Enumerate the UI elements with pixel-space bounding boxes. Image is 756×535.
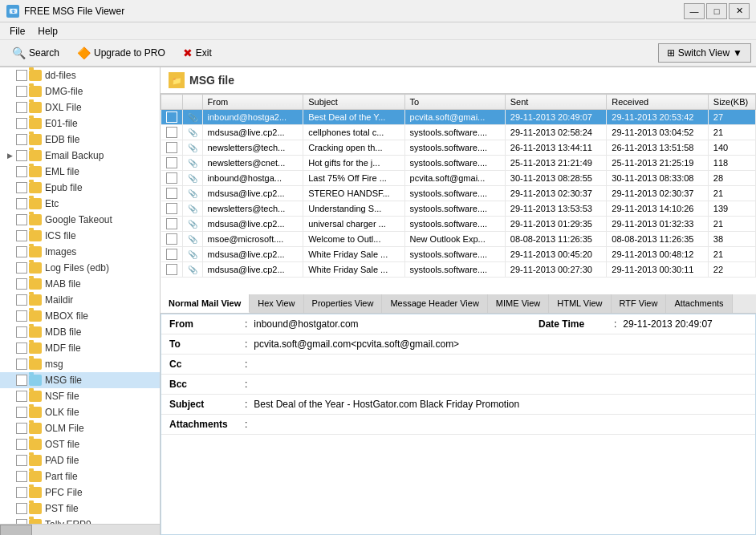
view-tab-attachments[interactable]: Attachments: [666, 294, 732, 313]
scrollbar-track[interactable]: [0, 525, 160, 536]
table-row[interactable]: 📎mdsusa@live.cp2...White Friday Sale ...…: [161, 247, 756, 262]
tree-checkbox[interactable]: [16, 166, 27, 177]
sidebar-item[interactable]: PST file: [0, 501, 160, 517]
sidebar-scrollbar[interactable]: [0, 524, 160, 535]
sidebar-item[interactable]: OLK file: [0, 404, 160, 420]
minimize-button[interactable]: —: [684, 3, 705, 19]
tree-checkbox[interactable]: [16, 182, 27, 193]
sidebar-item[interactable]: ICS file: [0, 228, 160, 244]
view-tab-msgheader[interactable]: Message Header View: [382, 294, 487, 313]
sidebar-item[interactable]: msg: [0, 356, 160, 372]
sidebar-item-label: Log Files (edb): [45, 262, 109, 274]
tree-checkbox[interactable]: [16, 294, 27, 306]
sidebar-item[interactable]: Maildir: [0, 292, 160, 308]
tree-checkbox[interactable]: [16, 375, 27, 386]
sidebar-item[interactable]: dd-files: [0, 67, 160, 83]
tree-checkbox[interactable]: [16, 278, 27, 290]
sidebar-item[interactable]: Part file: [0, 468, 160, 484]
sidebar-item[interactable]: ▶Email Backup: [0, 148, 160, 164]
sidebar-item[interactable]: EDB file: [0, 132, 160, 148]
sidebar-item[interactable]: MAB file: [0, 276, 160, 292]
tree-checkbox[interactable]: [16, 86, 27, 97]
view-tab-hex[interactable]: Hex View: [250, 294, 303, 313]
tree-checkbox[interactable]: [16, 230, 27, 241]
tree-checkbox[interactable]: [16, 503, 27, 514]
sidebar-item[interactable]: Tally.ERP9: [0, 517, 160, 524]
sidebar-item[interactable]: MSG file: [0, 372, 160, 388]
view-tab-properties[interactable]: Properties View: [304, 294, 383, 313]
col-header-to[interactable]: To: [404, 95, 505, 110]
sidebar-item[interactable]: MDF file: [0, 340, 160, 356]
row-size: 22: [708, 262, 755, 278]
sidebar-item[interactable]: PFC File: [0, 484, 160, 501]
tree-checkbox[interactable]: [16, 150, 27, 161]
tree-checkbox[interactable]: [16, 102, 27, 113]
upgrade-button[interactable]: 🔶 Upgrade to PRO: [70, 43, 173, 63]
table-row[interactable]: 📎mdsusa@live.cp2...White Friday Sale ...…: [161, 262, 756, 278]
maximize-button[interactable]: □: [706, 3, 727, 19]
sidebar-item[interactable]: DMG-file: [0, 83, 160, 99]
tree-checkbox[interactable]: [16, 70, 27, 81]
email-detail[interactable]: From : inbound@hostgator.com Date Time :…: [161, 314, 756, 535]
table-row[interactable]: 📎msoe@microsoft....Welcome to Outl...New…: [161, 232, 756, 247]
col-header-attach[interactable]: [182, 95, 202, 110]
table-row[interactable]: 📎inbound@hostga2...Best Deal of the Y...…: [161, 110, 756, 125]
col-header-from[interactable]: From: [202, 95, 303, 110]
email-table-container[interactable]: From Subject To Sent Received Size(KB) 📎…: [161, 94, 756, 294]
table-row[interactable]: 📎mdsusa@live.cp2...universal charger ...…: [161, 217, 756, 232]
switch-view-button[interactable]: ⊞ Switch View ▼: [658, 43, 751, 63]
tree-checkbox[interactable]: [16, 423, 27, 434]
sidebar-item[interactable]: Epub file: [0, 180, 160, 196]
tree-checkbox[interactable]: [16, 246, 27, 257]
table-row[interactable]: 📎mdsusa@live.cp2...STEREO HANDSF...systo…: [161, 186, 756, 201]
menu-file[interactable]: File: [3, 24, 31, 39]
menu-help[interactable]: Help: [31, 24, 64, 39]
tree-checkbox[interactable]: [16, 407, 27, 418]
exit-button[interactable]: ✖ Exit: [176, 43, 219, 63]
tree-checkbox[interactable]: [16, 214, 27, 225]
col-header-subject[interactable]: Subject: [303, 95, 404, 110]
col-header-check[interactable]: [161, 95, 183, 110]
view-tab-normal[interactable]: Normal Mail View: [161, 294, 250, 313]
search-button[interactable]: 🔍 Search: [5, 43, 67, 63]
table-row[interactable]: 📎mdsusa@live.cp2...cellphones total c...…: [161, 125, 756, 140]
sidebar-item[interactable]: Etc: [0, 196, 160, 212]
tree-checkbox[interactable]: [16, 262, 27, 274]
tree-checkbox[interactable]: [16, 310, 27, 322]
tree-checkbox[interactable]: [16, 471, 27, 482]
sidebar-item[interactable]: MDB file: [0, 324, 160, 340]
tree-checkbox[interactable]: [16, 455, 27, 466]
table-row[interactable]: 📎newsletters@tech...Cracking open th...s…: [161, 140, 756, 156]
sidebar-item[interactable]: MBOX file: [0, 308, 160, 324]
view-tab-mime[interactable]: MIME View: [488, 294, 549, 313]
sidebar-item[interactable]: PAD file: [0, 452, 160, 468]
sidebar-item[interactable]: OLM File: [0, 420, 160, 436]
col-header-sent[interactable]: Sent: [505, 95, 607, 110]
col-header-size[interactable]: Size(KB): [708, 95, 755, 110]
view-tab-html[interactable]: HTML View: [549, 294, 611, 313]
tree-checkbox[interactable]: [16, 487, 27, 498]
tree-checkbox[interactable]: [16, 198, 27, 209]
sidebar-item[interactable]: Log Files (edb): [0, 260, 160, 276]
close-button[interactable]: ✕: [729, 3, 750, 19]
sidebar-item[interactable]: OST file: [0, 436, 160, 452]
tree-checkbox[interactable]: [16, 342, 27, 354]
table-row[interactable]: 📎newsletters@tech...Understanding S...sy…: [161, 201, 756, 217]
table-row[interactable]: 📎inbound@hostga...Last 75% Off Fire ...p…: [161, 171, 756, 186]
col-header-received[interactable]: Received: [607, 95, 709, 110]
tree-checkbox[interactable]: [16, 439, 27, 450]
table-row[interactable]: 📎newsletters@cnet...Hot gifts for the j.…: [161, 156, 756, 171]
tree-checkbox[interactable]: [16, 391, 27, 402]
sidebar-item[interactable]: NSF file: [0, 388, 160, 404]
tree-checkbox[interactable]: [16, 326, 27, 338]
sidebar-item[interactable]: DXL File: [0, 99, 160, 116]
sidebar-item[interactable]: EML file: [0, 164, 160, 180]
scrollbar-thumb[interactable]: [0, 525, 32, 536]
view-tab-rtf[interactable]: RTF View: [612, 294, 667, 313]
tree-checkbox[interactable]: [16, 134, 27, 145]
sidebar-item[interactable]: E01-file: [0, 116, 160, 132]
sidebar-item[interactable]: Google Takeout: [0, 212, 160, 228]
tree-checkbox[interactable]: [16, 118, 27, 129]
sidebar-item[interactable]: Images: [0, 244, 160, 260]
tree-checkbox[interactable]: [16, 359, 27, 370]
